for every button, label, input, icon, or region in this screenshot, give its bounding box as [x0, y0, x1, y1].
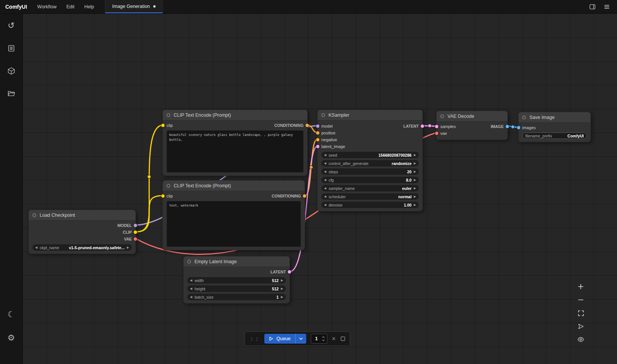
- model-library-icon[interactable]: [7, 66, 16, 76]
- widget-cfg[interactable]: ◀ cfg 8.0 ▶: [321, 177, 419, 183]
- widget-decrement-icon[interactable]: ◀: [324, 179, 326, 182]
- collapse-dot-icon[interactable]: [167, 184, 170, 188]
- menu-workflow[interactable]: Workflow: [32, 0, 62, 13]
- port-latent-output[interactable]: [421, 125, 424, 128]
- widget-increment-icon[interactable]: ▶: [414, 195, 416, 198]
- node-header[interactable]: CLIP Text Encode (Prompt): [163, 110, 307, 120]
- widget-increment-icon[interactable]: ▶: [414, 162, 416, 165]
- fit-view-button[interactable]: [576, 308, 585, 318]
- toggle-visibility-eye-button[interactable]: [576, 335, 585, 344]
- node-header[interactable]: Load Checkpoint: [29, 210, 136, 221]
- zoom-in-button[interactable]: [576, 282, 585, 291]
- port-clip-input[interactable]: [161, 194, 165, 198]
- panel-right-icon[interactable]: [589, 3, 596, 10]
- port-model-output[interactable]: [134, 224, 137, 227]
- menu-help[interactable]: Help: [79, 0, 99, 13]
- widget-increment-icon[interactable]: ▶: [414, 187, 416, 190]
- tab-image-generation[interactable]: Image Generation: [105, 0, 163, 13]
- widget-denoise[interactable]: ◀ denoise 1.00 ▶: [321, 202, 419, 208]
- port-samples-input[interactable]: [435, 125, 438, 128]
- widget-increment-icon[interactable]: ▶: [414, 154, 416, 157]
- collapse-dot-icon[interactable]: [440, 114, 444, 118]
- port-vae-output[interactable]: [134, 238, 137, 241]
- widget-decrement-icon[interactable]: ◀: [190, 287, 192, 290]
- port-vae-input[interactable]: [435, 132, 438, 135]
- widget-increment-icon[interactable]: ▶: [127, 246, 129, 249]
- widget-decrement-icon[interactable]: ◀: [35, 246, 37, 249]
- node-clip-text-encode-negative[interactable]: CLIP Text Encode (Prompt) clip CONDITION…: [162, 180, 305, 250]
- port-positive-input[interactable]: [316, 131, 319, 135]
- widget-decrement-icon[interactable]: ◀: [324, 187, 326, 190]
- port-latent-image-input[interactable]: [316, 145, 319, 148]
- widget-scheduler[interactable]: ◀ scheduler normal ▶: [321, 193, 419, 200]
- node-header[interactable]: Save Image: [518, 112, 591, 123]
- settings-gear-icon[interactable]: ⚙: [7, 333, 16, 342]
- select-mode-button[interactable]: [576, 322, 585, 331]
- collapse-dot-icon[interactable]: [167, 113, 170, 117]
- widget-decrement-icon[interactable]: ◀: [324, 154, 326, 157]
- collapse-dot-icon[interactable]: [32, 213, 36, 217]
- widget-decrement-icon[interactable]: ◀: [324, 170, 326, 173]
- collapse-dot-icon[interactable]: [187, 260, 191, 264]
- widget-decrement-icon[interactable]: ◀: [324, 204, 326, 207]
- widget-decrement-icon[interactable]: ◀: [190, 279, 192, 282]
- menu-edit[interactable]: Edit: [62, 0, 80, 13]
- node-clip-text-encode-positive[interactable]: CLIP Text Encode (Prompt) clip CONDITION…: [162, 110, 308, 176]
- port-image-output[interactable]: [506, 125, 509, 128]
- widget-increment-icon[interactable]: ▶: [281, 279, 283, 282]
- node-load-checkpoint[interactable]: Load Checkpoint MODEL CLIP VAE ◀ ckpt_na…: [28, 210, 136, 254]
- zoom-out-button[interactable]: [576, 295, 585, 304]
- node-header[interactable]: Empty Latent Image: [184, 256, 290, 267]
- widget-increment-icon[interactable]: ▶: [281, 296, 283, 299]
- widget-decrement-icon[interactable]: ◀: [324, 195, 326, 198]
- node-library-icon[interactable]: [7, 44, 16, 53]
- queue-history-icon[interactable]: ↺: [7, 21, 16, 30]
- node-empty-latent-image[interactable]: Empty Latent Image LATENT ◀ width 512 ▶ …: [183, 256, 290, 304]
- negative-prompt-textarea[interactable]: text, watermark: [167, 201, 301, 247]
- widget-filename-prefix[interactable]: filename_prefix ComfyUI: [522, 133, 587, 139]
- hamburger-menu-icon[interactable]: [603, 3, 610, 10]
- widget-increment-icon[interactable]: ▶: [281, 287, 283, 290]
- widget-decrement-icon[interactable]: ◀: [190, 296, 192, 299]
- queue-options-button[interactable]: [295, 334, 306, 344]
- widget-increment-icon[interactable]: ▶: [414, 204, 416, 207]
- port-clip-input[interactable]: [161, 124, 165, 127]
- workflows-folder-icon[interactable]: [7, 89, 16, 98]
- stop-icon[interactable]: [340, 336, 346, 341]
- positive-prompt-textarea[interactable]: beautiful scenery nature glass bottle la…: [167, 130, 304, 173]
- queue-button[interactable]: Queue: [264, 334, 295, 344]
- node-save-image[interactable]: Save Image images filename_prefix ComfyU…: [518, 112, 591, 142]
- collapse-dot-icon[interactable]: [522, 116, 526, 119]
- port-latent-output[interactable]: [288, 270, 291, 274]
- widget-batch-size[interactable]: ◀ batch_size 1 ▶: [187, 294, 286, 300]
- port-clip-output[interactable]: [134, 231, 137, 234]
- collapse-dot-icon[interactable]: [321, 113, 325, 117]
- port-model-input[interactable]: [316, 125, 319, 128]
- node-header[interactable]: CLIP Text Encode (Prompt): [163, 180, 305, 191]
- widget-control-after-generate[interactable]: ◀ control_after_generate randomize ▶: [321, 160, 419, 167]
- widget-steps[interactable]: ◀ steps 20 ▶: [321, 168, 419, 175]
- widget-decrement-icon[interactable]: ◀: [324, 162, 326, 165]
- widget-increment-icon[interactable]: ▶: [414, 170, 416, 173]
- node-vae-decode[interactable]: VAE Decode samples IMAGE vae: [436, 111, 508, 140]
- cancel-icon[interactable]: ×: [332, 335, 336, 342]
- port-conditioning-output[interactable]: [303, 194, 306, 198]
- widget-height[interactable]: ◀ height 512 ▶: [187, 285, 286, 292]
- node-header[interactable]: KSampler: [318, 110, 423, 120]
- drag-handle-icon[interactable]: ⋮⋮: [249, 336, 260, 342]
- widget-increment-icon[interactable]: ▶: [414, 179, 416, 182]
- node-ksampler[interactable]: KSampler model LATENT positive negative …: [317, 110, 423, 211]
- port-conditioning-output[interactable]: [305, 124, 309, 127]
- graph-canvas[interactable]: Load Checkpoint MODEL CLIP VAE ◀ ckpt_na…: [23, 14, 617, 364]
- stepper-down-icon[interactable]: [322, 339, 325, 341]
- widget-seed[interactable]: ◀ seed 156680208700286 ▶: [321, 152, 419, 158]
- port-negative-input[interactable]: [316, 138, 319, 142]
- batch-count-input[interactable]: 1: [311, 334, 327, 344]
- port-images-input[interactable]: [517, 126, 520, 130]
- node-header[interactable]: VAE Decode: [437, 111, 507, 122]
- widget-sampler-name[interactable]: ◀ sampler_name euler ▶: [321, 185, 419, 191]
- theme-toggle-moon-icon[interactable]: ☾: [7, 310, 16, 319]
- widget-ckpt-name[interactable]: ◀ ckpt_name v1-5-pruned-emaonly.safete..…: [32, 244, 132, 251]
- stepper-up-icon[interactable]: [322, 336, 325, 338]
- widget-width[interactable]: ◀ width 512 ▶: [187, 277, 286, 284]
